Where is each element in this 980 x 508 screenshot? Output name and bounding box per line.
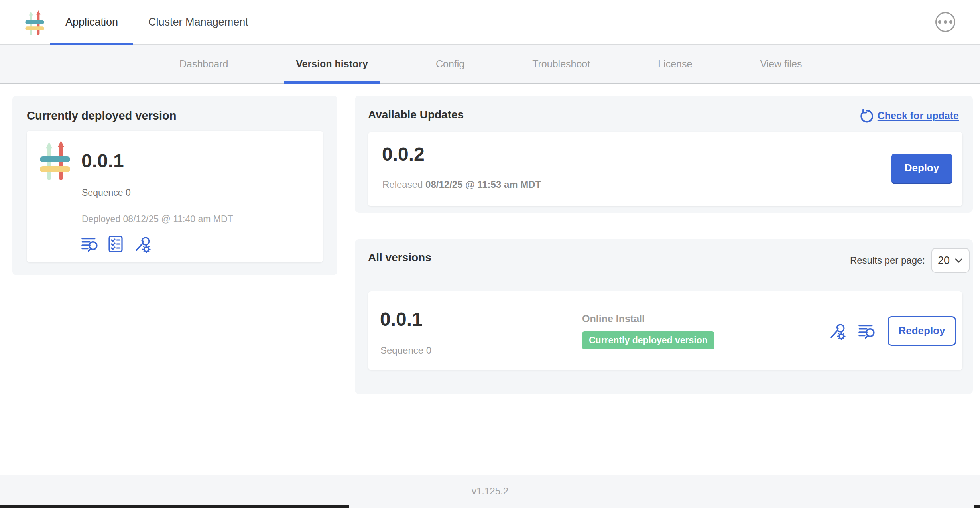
subnav-tab-label: View files <box>760 58 802 70</box>
app-subnav: Dashboard Version history Config Trouble… <box>0 45 980 84</box>
released-date: 08/12/25 @ 11:53 am MDT <box>425 179 541 190</box>
deployed-version-panel: 0.0.1 Sequence 0 Deployed 08/12/25 @ 11:… <box>27 131 323 262</box>
row-version-number: 0.0.1 <box>380 308 423 330</box>
release-notes-search-icon[interactable] <box>81 235 98 253</box>
preflight-checklist-icon[interactable] <box>107 235 125 253</box>
subnav-tab-config[interactable]: Config <box>436 45 464 83</box>
app-logo-icon <box>23 10 46 36</box>
tab-cluster-management[interactable]: Cluster Management <box>133 0 264 44</box>
currently-deployed-badge: Currently deployed version <box>582 331 714 349</box>
console-version-label: v1.125.2 <box>472 486 508 497</box>
release-notes-search-icon[interactable] <box>858 322 876 340</box>
overflow-menu-button[interactable] <box>935 12 955 32</box>
subnav-tab-license[interactable]: License <box>658 45 692 83</box>
released-label: Released <box>382 179 423 190</box>
subnav-tab-label: Troubleshoot <box>532 58 590 70</box>
subnav-tab-view-files[interactable]: View files <box>760 45 802 83</box>
update-version-number: 0.0.2 <box>382 143 425 165</box>
tab-application-label: Application <box>65 16 118 28</box>
screen-edge-artifact <box>0 505 349 508</box>
screen-edge-artifact <box>974 505 980 508</box>
results-per-page-control: Results per page: 20 <box>850 248 970 273</box>
ellipsis-dot <box>944 20 947 24</box>
ellipsis-dot <box>938 20 941 24</box>
subnav-tab-label: Config <box>436 58 464 70</box>
chevron-down-icon <box>954 256 963 265</box>
updates-card-title: Available Updates <box>368 108 464 121</box>
deployed-timestamp: Deployed 08/12/25 @ 11:40 am MDT <box>82 214 233 224</box>
deployed-sequence: Sequence 0 <box>82 187 131 198</box>
ellipsis-dot <box>949 20 952 24</box>
config-wrench-icon[interactable] <box>828 322 846 340</box>
available-updates-card: Available Updates Check for update 0.0.2… <box>355 96 973 213</box>
app-header: Application Cluster Management <box>0 0 980 45</box>
results-per-page-select[interactable]: 20 <box>931 248 970 273</box>
subnav-tab-troubleshoot[interactable]: Troubleshoot <box>532 45 590 83</box>
check-for-update-label: Check for update <box>878 110 959 122</box>
tab-cluster-management-label: Cluster Management <box>148 16 248 28</box>
subnav-tab-label: Version history <box>296 58 368 70</box>
deployed-version-actions <box>81 235 151 253</box>
install-type-label: Online Install <box>582 313 645 325</box>
config-wrench-icon[interactable] <box>134 235 151 253</box>
header-tabs: Application Cluster Management <box>50 0 264 44</box>
subnav-tab-label: License <box>658 58 692 70</box>
refresh-icon <box>859 108 873 123</box>
version-row: 0.0.1 Sequence 0 Online Install Currentl… <box>368 291 962 370</box>
results-per-page-value: 20 <box>938 254 950 267</box>
app-footer: v1.125.2 <box>0 475 980 508</box>
deploy-button[interactable]: Deploy <box>891 154 952 184</box>
check-for-update-link[interactable]: Check for update <box>859 108 959 123</box>
update-row: 0.0.2 Released 08/12/25 @ 11:53 am MDT D… <box>368 132 962 206</box>
update-released-timestamp: Released 08/12/25 @ 11:53 am MDT <box>382 179 541 190</box>
row-sequence: Sequence 0 <box>380 345 431 356</box>
app-logo-icon <box>36 139 74 181</box>
deployed-version-number: 0.0.1 <box>81 150 124 172</box>
versions-card-title: All versions <box>368 251 431 264</box>
redeploy-button[interactable]: Redeploy <box>888 316 956 346</box>
subnav-tab-dashboard[interactable]: Dashboard <box>179 45 228 83</box>
version-row-actions: Redeploy <box>828 291 956 370</box>
currently-deployed-card: Currently deployed version 0.0.1 Sequenc… <box>12 96 337 275</box>
results-per-page-label: Results per page: <box>850 255 925 266</box>
tab-application[interactable]: Application <box>50 0 133 44</box>
subnav-tab-label: Dashboard <box>179 58 228 70</box>
all-versions-card: All versions Results per page: 20 0.0.1 … <box>355 239 973 394</box>
subnav-tab-version-history[interactable]: Version history <box>296 45 368 83</box>
deployed-card-title: Currently deployed version <box>27 109 177 122</box>
